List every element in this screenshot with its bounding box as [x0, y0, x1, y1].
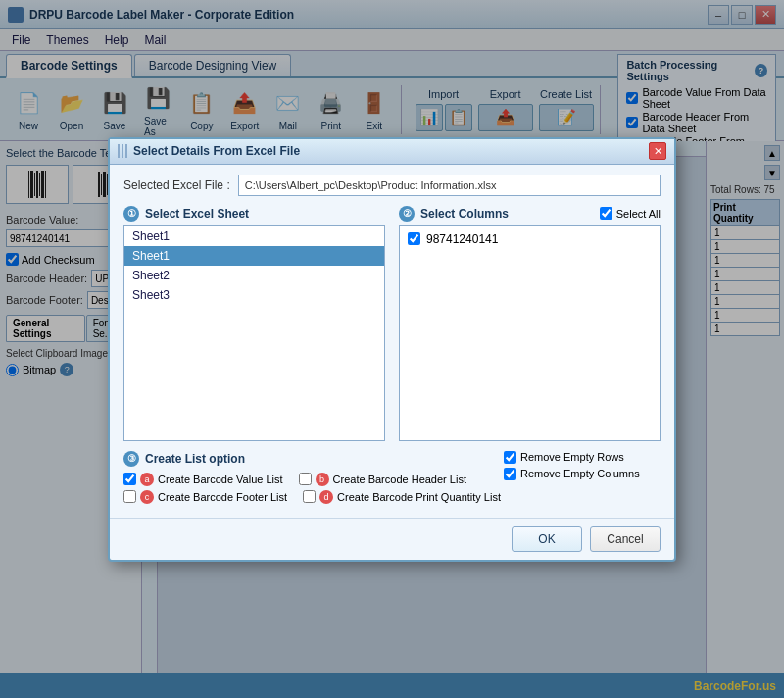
- select-all-label: Select All: [616, 208, 661, 220]
- ok-button[interactable]: OK: [512, 526, 582, 552]
- remove-empty-cols-item: Remove Empty Columns: [504, 468, 661, 480]
- modal-grip: [118, 144, 127, 158]
- modal-overlay: Select Details From Excel File ✕ Selecte…: [0, 0, 784, 698]
- sheet-item-0[interactable]: Sheet1: [124, 226, 384, 246]
- remove-cols-label: Remove Empty Columns: [520, 468, 640, 479]
- modal-title: Select Details From Excel File: [133, 144, 300, 158]
- sheet-list: Sheet1 Sheet1 Sheet2 Sheet3: [123, 225, 385, 441]
- modal-close-button[interactable]: ✕: [649, 142, 666, 160]
- create-qty-list-option[interactable]: d Create Barcode Print Quantity List: [303, 490, 501, 504]
- remove-rows-check[interactable]: [504, 451, 516, 464]
- remove-section: Remove Empty Rows Remove Empty Columns: [504, 451, 661, 480]
- modal-dialog: Select Details From Excel File ✕ Selecte…: [108, 137, 676, 562]
- create-value-list-option[interactable]: a Create Barcode Value List: [123, 473, 283, 486]
- modal-body: Selected Excel File : ① Select Excel She…: [110, 165, 674, 518]
- modal-title-bar: Select Details From Excel File ✕: [110, 139, 674, 165]
- excel-file-input[interactable]: [238, 174, 661, 196]
- create-list-row-1: a Create Barcode Value List b Create Bar…: [123, 473, 504, 486]
- create-footer-list-option[interactable]: c Create Barcode Footer List: [123, 490, 287, 504]
- select-sheet-label: Select Excel Sheet: [145, 207, 249, 221]
- col-name-0: 98741240141: [426, 232, 498, 246]
- sheet-item-2[interactable]: Sheet2: [124, 266, 384, 285]
- step3-circle: ③: [123, 451, 139, 467]
- modal-footer: OK Cancel: [110, 518, 674, 560]
- bottom-row: ③ Create List option a Create Barcode Va…: [123, 451, 661, 508]
- step1-circle: ①: [123, 206, 139, 222]
- select-columns-label: Select Columns: [420, 207, 509, 221]
- create-list-area: ③ Create List option a Create Barcode Va…: [123, 451, 504, 508]
- excel-file-label: Selected Excel File :: [123, 178, 230, 192]
- remove-rows-label: Remove Empty Rows: [520, 451, 624, 463]
- cancel-button[interactable]: Cancel: [590, 526, 661, 552]
- sheet-item-3[interactable]: Sheet3: [124, 285, 384, 305]
- sheet-col: ① Select Excel Sheet Sheet1 Sheet1 Sheet…: [123, 206, 385, 441]
- create-value-check[interactable]: [123, 473, 136, 485]
- excel-file-row: Selected Excel File :: [123, 174, 661, 196]
- create-footer-check[interactable]: [123, 490, 136, 503]
- columns-col: ② Select Columns Select All 98741240141: [399, 206, 661, 441]
- col-item-0: 98741240141: [404, 230, 656, 248]
- create-qty-check[interactable]: [303, 490, 316, 503]
- create-list-row-2: c Create Barcode Footer List d Create Ba…: [123, 490, 504, 504]
- select-all-check[interactable]: [600, 207, 612, 220]
- create-footer-label: Create Barcode Footer List: [158, 491, 287, 503]
- remove-empty-rows-item: Remove Empty Rows: [504, 451, 661, 464]
- sheet-item-1[interactable]: Sheet1: [124, 246, 384, 266]
- col-check-0[interactable]: [408, 232, 420, 245]
- step2-circle: ②: [399, 206, 415, 222]
- modal-two-col: ① Select Excel Sheet Sheet1 Sheet1 Sheet…: [123, 206, 661, 441]
- create-header-check[interactable]: [299, 473, 312, 485]
- columns-list: 98741240141: [399, 225, 661, 441]
- create-header-label: Create Barcode Header List: [333, 474, 466, 485]
- create-qty-label: Create Barcode Print Quantity List: [337, 491, 501, 503]
- create-list-label-text: Create List option: [145, 452, 245, 466]
- create-value-label: Create Barcode Value List: [158, 474, 283, 485]
- create-header-list-option[interactable]: b Create Barcode Header List: [299, 473, 466, 486]
- remove-cols-check[interactable]: [504, 468, 516, 480]
